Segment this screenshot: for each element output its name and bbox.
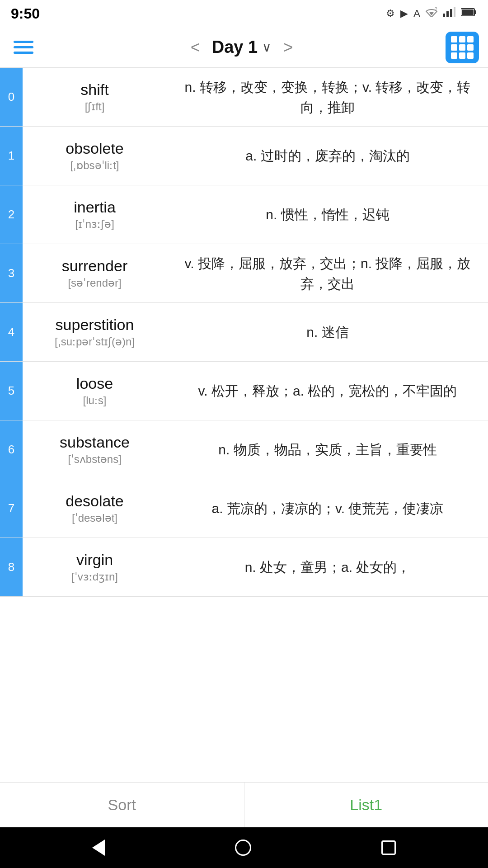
sort-tab[interactable]: Sort [0, 783, 244, 827]
dropdown-icon[interactable]: ∨ [262, 40, 272, 55]
back-button[interactable] [92, 840, 105, 856]
word-cell: desolate[ˈdesələt] [23, 479, 167, 538]
play-icon: ▶ [400, 8, 408, 19]
word-phonetic: [ˈsʌbstəns] [68, 453, 122, 466]
top-nav: < Day 1 ∨ > [0, 27, 488, 68]
word-english: obsolete [66, 140, 124, 157]
recent-icon [381, 840, 396, 855]
word-phonetic: [ˈdesələt] [72, 512, 117, 524]
svg-rect-7 [462, 9, 474, 15]
back-icon [92, 840, 105, 856]
word-definition: a. 过时的，废弃的，淘汰的 [167, 127, 488, 185]
recent-button[interactable] [381, 840, 396, 855]
word-index: 7 [0, 479, 23, 538]
status-icons: ⚙ ▶ A ? [386, 7, 477, 20]
status-time: 9:50 [11, 5, 40, 22]
menu-button[interactable] [9, 36, 38, 58]
word-cell: shift[ʃɪft] [23, 68, 167, 126]
word-english: substance [60, 434, 130, 451]
word-index: 5 [0, 362, 23, 420]
word-cell: obsolete[ˌɒbsəˈliːt] [23, 127, 167, 185]
word-row[interactable]: 6substance[ˈsʌbstəns]n. 物质，物品，实质，主旨，重要性 [0, 420, 488, 479]
word-definition: n. 物质，物品，实质，主旨，重要性 [167, 420, 488, 479]
word-index: 8 [0, 538, 23, 596]
word-row[interactable]: 7desolate[ˈdesələt]a. 荒凉的，凄凉的；v. 使荒芜，使凄凉 [0, 479, 488, 538]
word-row[interactable]: 2inertia[ɪˈnɜːʃə]n. 惯性，惰性，迟钝 [0, 185, 488, 244]
battery-icon [461, 7, 477, 20]
svg-rect-6 [474, 10, 476, 14]
word-phonetic: [luːs] [83, 394, 106, 407]
word-phonetic: [ɪˈnɜːʃə] [75, 218, 114, 231]
word-english: loose [76, 375, 113, 392]
svg-rect-4 [454, 7, 455, 17]
word-english: surrender [62, 257, 128, 275]
font-icon: A [413, 8, 420, 19]
bottom-tabs: Sort List1 [0, 782, 488, 827]
word-row[interactable]: 4superstition[ˌsuːpərˈstɪʃ(ə)n]n. 迷信 [0, 303, 488, 362]
word-cell: virgin[ˈvɜːdʒɪn] [23, 538, 167, 596]
word-phonetic: [ˈvɜːdʒɪn] [71, 571, 118, 583]
word-cell: loose[luːs] [23, 362, 167, 420]
nav-title-area: < Day 1 ∨ > [183, 38, 300, 57]
word-row[interactable]: 3surrender[səˈrendər]v. 投降，屈服，放弃，交出；n. 投… [0, 244, 488, 303]
word-index: 6 [0, 420, 23, 479]
word-english: inertia [74, 198, 116, 216]
word-index: 1 [0, 127, 23, 185]
nav-next-button[interactable]: > [276, 38, 300, 57]
home-button[interactable] [235, 840, 251, 856]
svg-rect-3 [450, 9, 452, 17]
word-definition: v. 投降，屈服，放弃，交出；n. 投降，屈服，放弃，交出 [167, 244, 488, 302]
word-phonetic: [ˌɒbsəˈliːt] [70, 159, 119, 172]
word-list: 0shift[ʃɪft]n. 转移，改变，变换，转换；v. 转移，改变，转向，推… [0, 68, 488, 782]
word-phonetic: [ʃɪft] [85, 100, 105, 113]
gear-icon: ⚙ [386, 8, 395, 19]
word-cell: superstition[ˌsuːpərˈstɪʃ(ə)n] [23, 303, 167, 361]
word-row[interactable]: 0shift[ʃɪft]n. 转移，改变，变换，转换；v. 转移，改变，转向，推… [0, 68, 488, 127]
word-row[interactable]: 1obsolete[ˌɒbsəˈliːt]a. 过时的，废弃的，淘汰的 [0, 127, 488, 185]
list1-tab[interactable]: List1 [244, 783, 488, 827]
word-cell: inertia[ɪˈnɜːʃə] [23, 185, 167, 244]
svg-rect-1 [443, 14, 445, 17]
word-index: 3 [0, 244, 23, 302]
word-cell: substance[ˈsʌbstəns] [23, 420, 167, 479]
word-row[interactable]: 5loose[luːs]v. 松开，释放；a. 松的，宽松的，不牢固的 [0, 362, 488, 420]
grid-view-button[interactable] [446, 32, 479, 63]
svg-rect-2 [446, 11, 449, 17]
nav-title: Day 1 [212, 38, 258, 57]
word-index: 4 [0, 303, 23, 361]
word-english: desolate [66, 492, 124, 510]
word-index: 0 [0, 68, 23, 126]
word-english: virgin [76, 551, 113, 569]
home-icon [235, 840, 251, 856]
word-definition: n. 处女，童男；a. 处女的， [167, 538, 488, 596]
word-english: superstition [56, 316, 134, 334]
grid-icon [451, 36, 474, 59]
android-nav-bar [0, 827, 488, 868]
wifi-icon: ? [426, 7, 437, 20]
word-definition: v. 松开，释放；a. 松的，宽松的，不牢固的 [167, 362, 488, 420]
nav-prev-button[interactable]: < [183, 38, 207, 57]
word-row[interactable]: 8virgin[ˈvɜːdʒɪn]n. 处女，童男；a. 处女的， [0, 538, 488, 597]
word-definition: n. 迷信 [167, 303, 488, 361]
word-definition: n. 转移，改变，变换，转换；v. 转移，改变，转向，推卸 [167, 68, 488, 126]
word-phonetic: [ˌsuːpərˈstɪʃ(ə)n] [55, 335, 135, 348]
word-cell: surrender[səˈrendər] [23, 244, 167, 302]
signal-icon [443, 7, 455, 20]
word-phonetic: [səˈrendər] [68, 277, 121, 289]
word-english: shift [80, 81, 108, 99]
word-index: 2 [0, 185, 23, 244]
word-definition: n. 惯性，惰性，迟钝 [167, 185, 488, 244]
word-definition: a. 荒凉的，凄凉的；v. 使荒芜，使凄凉 [167, 479, 488, 538]
status-bar: 9:50 ⚙ ▶ A ? [0, 0, 488, 27]
svg-text:?: ? [435, 7, 437, 12]
